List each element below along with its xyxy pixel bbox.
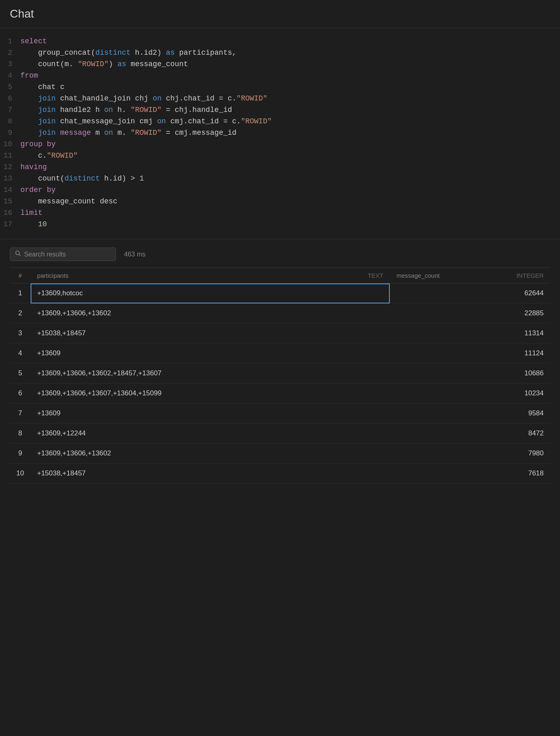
line-content: order by	[20, 186, 56, 194]
cell-message-count: 11314	[390, 323, 550, 343]
cell-participants[interactable]: +13609,+13606,+13602,+18457,+13607	[31, 364, 390, 384]
code-line: 11 c."ROWID"	[0, 151, 560, 162]
cell-row-num: 2	[10, 303, 31, 323]
code-line: 17 10	[0, 219, 560, 231]
code-line: 9 join message m on m. "ROWID" = cmj.mes…	[0, 128, 560, 139]
table-row[interactable]: 3+15038,+1845711314	[10, 323, 550, 343]
line-content: join handle2 h on h. "ROWID" = chj.handl…	[20, 106, 232, 114]
query-timing: 463 ms	[124, 251, 145, 258]
col-header-row-num: #	[10, 268, 31, 283]
line-number: 16	[0, 209, 20, 217]
line-content: count(distinct h.id) > 1	[20, 174, 144, 183]
line-content: group by	[20, 140, 56, 148]
col-header-message-count-type: INTEGER	[498, 268, 550, 283]
search-icon	[15, 250, 21, 258]
table-row[interactable]: 5+13609,+13606,+13602,+18457,+1360710686	[10, 364, 550, 384]
cell-participants[interactable]: +13609,+13606,+13602	[31, 303, 390, 323]
code-line: 10group by	[0, 139, 560, 151]
line-number: 5	[0, 83, 20, 91]
code-line: 16limit	[0, 208, 560, 219]
cell-row-num: 10	[10, 464, 31, 484]
cell-message-count: 8472	[390, 424, 550, 444]
code-line: 14order by	[0, 185, 560, 196]
table-row[interactable]: 9+13609,+13606,+136027980	[10, 444, 550, 464]
cell-participants[interactable]: +13609	[31, 343, 390, 364]
cell-row-num: 6	[10, 384, 31, 404]
table-row[interactable]: 2+13609,+13606,+1360222885	[10, 303, 550, 323]
table-row[interactable]: 10+15038,+184577618	[10, 464, 550, 484]
line-number: 17	[0, 220, 20, 228]
search-input[interactable]	[24, 251, 111, 258]
cell-row-num: 4	[10, 343, 31, 364]
line-number: 6	[0, 94, 20, 103]
cell-row-num: 9	[10, 444, 31, 464]
line-number: 4	[0, 71, 20, 80]
table-row[interactable]: 1+13609,hotcoc62644	[10, 283, 550, 303]
cell-message-count: 10686	[390, 364, 550, 384]
cell-row-num: 1	[10, 283, 31, 303]
line-content: group_concat(distinct h.id2) as particip…	[20, 49, 236, 57]
cell-message-count: 10234	[390, 384, 550, 404]
line-content: limit	[20, 209, 42, 217]
cell-message-count: 7980	[390, 444, 550, 464]
line-number: 1	[0, 37, 20, 45]
line-content: chat c	[20, 83, 64, 91]
line-content: count(m. "ROWID") as message_count	[20, 60, 188, 68]
line-number: 12	[0, 163, 20, 171]
svg-line-1	[19, 254, 21, 256]
cell-row-num: 7	[10, 404, 31, 424]
line-content: c."ROWID"	[20, 152, 78, 160]
code-line: 12having	[0, 162, 560, 174]
cell-message-count: 7618	[390, 464, 550, 484]
col-header-participants-type: TEXT	[301, 268, 390, 283]
search-container	[10, 248, 116, 261]
line-content: join message m on m. "ROWID" = cmj.messa…	[20, 129, 236, 137]
cell-row-num: 5	[10, 364, 31, 384]
line-number: 9	[0, 129, 20, 137]
table-row[interactable]: 4+1360911124	[10, 343, 550, 364]
line-number: 8	[0, 117, 20, 125]
cell-participants[interactable]: +15038,+18457	[31, 464, 390, 484]
code-line: 1select	[0, 36, 560, 48]
code-line: 13 count(distinct h.id) > 1	[0, 174, 560, 185]
cell-participants[interactable]: +13609,+12244	[31, 424, 390, 444]
code-line: 4from	[0, 71, 560, 82]
cell-participants[interactable]: +13609,+13606,+13607,+13604,+15099	[31, 384, 390, 404]
results-toolbar: 463 ms	[10, 248, 550, 261]
line-content: having	[20, 163, 47, 171]
table-header: # participants TEXT message_count INTEGE…	[10, 268, 550, 283]
table-row[interactable]: 8+13609,+122448472	[10, 424, 550, 444]
app-title: Chat	[10, 7, 34, 20]
cell-participants[interactable]: +13609,hotcoc	[31, 283, 390, 303]
line-number: 7	[0, 106, 20, 114]
line-content: join chat_message_join cmj on cmj.chat_i…	[20, 117, 272, 125]
code-line: 7 join handle2 h on h. "ROWID" = chj.han…	[0, 105, 560, 116]
app-header: Chat	[0, 0, 560, 28]
cell-participants[interactable]: +13609,+13606,+13602	[31, 444, 390, 464]
cell-participants[interactable]: +15038,+18457	[31, 323, 390, 343]
code-line: 15 message_count desc	[0, 196, 560, 208]
line-number: 15	[0, 197, 20, 205]
code-line: 2 group_concat(distinct h.id2) as partic…	[0, 48, 560, 59]
line-content: join chat_handle_join chj on chj.chat_id…	[20, 94, 267, 103]
line-number: 2	[0, 49, 20, 57]
cell-message-count: 22885	[390, 303, 550, 323]
cell-participants[interactable]: +13609	[31, 404, 390, 424]
line-content: 10	[20, 220, 47, 228]
col-header-message-count: message_count	[390, 268, 498, 283]
code-line: 8 join chat_message_join cmj on cmj.chat…	[0, 116, 560, 128]
results-section: 463 ms # participants TEXT message_count…	[0, 239, 560, 484]
line-number: 3	[0, 60, 20, 68]
table-row[interactable]: 6+13609,+13606,+13607,+13604,+1509910234	[10, 384, 550, 404]
cell-row-num: 8	[10, 424, 31, 444]
code-line: 3 count(m. "ROWID") as message_count	[0, 59, 560, 71]
cell-row-num: 3	[10, 323, 31, 343]
line-number: 13	[0, 174, 20, 183]
code-line: 6 join chat_handle_join chj on chj.chat_…	[0, 94, 560, 105]
line-number: 10	[0, 140, 20, 148]
line-content: message_count desc	[20, 197, 118, 205]
col-header-participants: participants	[31, 268, 301, 283]
table-row[interactable]: 7+136099584	[10, 404, 550, 424]
code-line: 5 chat c	[0, 82, 560, 94]
results-table: # participants TEXT message_count INTEGE…	[10, 268, 550, 484]
